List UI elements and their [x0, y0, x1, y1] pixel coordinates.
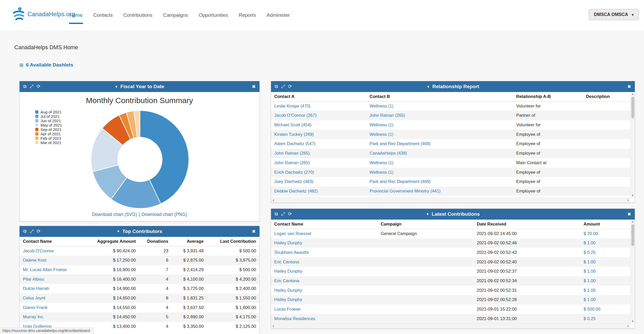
- chevron-down-icon[interactable]: ▼: [427, 85, 430, 89]
- contact-name-link[interactable]: Hailey Dunphy: [274, 297, 302, 302]
- contact-name-link[interactable]: Gianni Frank: [23, 305, 48, 310]
- amount-link[interactable]: $ 1.00: [584, 288, 596, 293]
- scroll-up-icon[interactable]: ▴: [631, 220, 635, 223]
- amount-link[interactable]: $ 20.00: [584, 231, 598, 236]
- contact-b-link[interactable]: Wellness (1): [370, 160, 394, 165]
- contact-name-link[interactable]: Eric Cantona: [274, 260, 299, 264]
- amount-link[interactable]: $ 1.00: [584, 297, 596, 302]
- expand-icon[interactable]: ⤢: [30, 84, 33, 89]
- contact-a-link[interactable]: Adam Dachwitz (547): [274, 141, 316, 146]
- scrollbar-thumb[interactable]: [631, 224, 634, 246]
- download-png-link[interactable]: Download chart (PNG): [142, 212, 187, 217]
- scroll-left-icon[interactable]: ‹: [273, 198, 274, 202]
- amount-link[interactable]: $ 0.25: [584, 250, 596, 255]
- contact-name-link[interactable]: Hailey Dunphy: [274, 288, 302, 293]
- contact-b-link[interactable]: Provincial Government Ministry (441): [370, 189, 441, 194]
- chevron-down-icon[interactable]: ▼: [426, 212, 429, 216]
- popout-icon[interactable]: ⧉: [275, 212, 278, 216]
- amount-link[interactable]: $ 500.00: [584, 307, 600, 312]
- contact-b-link[interactable]: John Rainan (265): [370, 113, 405, 118]
- scroll-down-icon[interactable]: ▾: [631, 320, 635, 323]
- contact-b-link[interactable]: Wellness (1): [370, 170, 394, 175]
- nav-item-contacts[interactable]: Contacts: [93, 9, 113, 22]
- contact-name-link[interactable]: Murray Inc.: [23, 314, 45, 319]
- download-svg-link[interactable]: Download chart (SVG): [92, 212, 137, 217]
- contact-name-link[interactable]: Shubham Awasthi: [274, 250, 309, 255]
- nav-item-campaigns[interactable]: Campaigns: [163, 9, 188, 22]
- popout-icon[interactable]: ⧉: [275, 84, 278, 89]
- nav-item-reports[interactable]: Reports: [238, 9, 256, 22]
- contact-b-link[interactable]: Wellness (1): [370, 104, 394, 108]
- vertical-scrollbar[interactable]: ▴ ▾: [630, 220, 635, 323]
- close-icon[interactable]: ✖: [627, 84, 631, 89]
- close-icon[interactable]: ✖: [252, 84, 256, 89]
- contact-name-link[interactable]: Lucas Froese: [274, 307, 300, 312]
- close-icon[interactable]: ✖: [252, 229, 256, 234]
- refresh-icon[interactable]: ⟳: [288, 212, 292, 216]
- contact-b-link[interactable]: Park and Rec Department (469): [370, 179, 431, 184]
- contact-name-link[interactable]: Celsa Joynt: [23, 296, 46, 300]
- contact-a-link[interactable]: Joey Dachwitz (483): [274, 179, 314, 184]
- contact-name-link[interactable]: Monalisa Residences: [274, 316, 315, 321]
- user-menu-button[interactable]: DMSCA DMSCA ▾: [589, 9, 639, 20]
- contact-a-link[interactable]: John Rainan (265): [274, 160, 310, 165]
- amount-link[interactable]: $ 1.00: [584, 269, 596, 274]
- contact-name-link[interactable]: Pilar Albisu: [23, 277, 44, 282]
- contact-name-link[interactable]: Jacob O'Connor: [23, 248, 54, 253]
- scroll-up-icon[interactable]: ▴: [631, 92, 635, 96]
- popout-icon[interactable]: ⧉: [23, 229, 27, 234]
- contact-a-link[interactable]: Kirsten Tuckey (269): [274, 132, 314, 137]
- contact-name-link[interactable]: Dalene Kost: [23, 258, 46, 263]
- chevron-down-icon[interactable]: ▼: [117, 229, 120, 233]
- nav-item-home[interactable]: Home: [69, 9, 83, 22]
- amount-link[interactable]: $ 1.00: [584, 278, 596, 283]
- nav-item-opportunities[interactable]: Opportunities: [198, 9, 228, 22]
- nav-item-contributions[interactable]: Contributions: [123, 9, 153, 22]
- expand-icon[interactable]: ⤢: [281, 212, 285, 216]
- refresh-icon[interactable]: ⟳: [37, 229, 40, 234]
- available-dashlets-toggle[interactable]: ⊞ 6 Available Dashlets: [19, 62, 73, 68]
- refresh-icon[interactable]: ⟳: [37, 84, 40, 89]
- contact-name-link[interactable]: Logan van Roessel: [274, 231, 311, 236]
- amount-link[interactable]: $ 0.25: [584, 316, 596, 321]
- col-contact-name: Contact Name: [271, 220, 377, 229]
- canadahelps-logo[interactable]: CanadaHelps.org: [12, 7, 75, 22]
- cell-campaign: [377, 305, 473, 314]
- contact-a-link[interactable]: John Rainan (265): [274, 151, 310, 156]
- contact-b-link[interactable]: Park and Rec Department (469): [370, 141, 431, 146]
- contact-b-link[interactable]: Wellness (1): [370, 132, 394, 137]
- chevron-down-icon[interactable]: ▼: [115, 85, 118, 89]
- contact-b-link[interactable]: Wellness (1): [370, 122, 394, 127]
- horizontal-scrollbar[interactable]: ‹ ›: [271, 198, 630, 203]
- close-icon[interactable]: ✖: [627, 211, 631, 217]
- scroll-right-icon[interactable]: ›: [627, 324, 629, 328]
- scroll-down-icon[interactable]: ▾: [631, 194, 635, 197]
- contact-a-link[interactable]: Leslie Knope (470): [274, 104, 311, 108]
- amount-link[interactable]: $ 1.00: [584, 260, 596, 264]
- scroll-right-icon[interactable]: ›: [627, 198, 629, 202]
- col-description: Description: [583, 92, 630, 101]
- contact-name-link[interactable]: Hailey Dunphy: [274, 240, 302, 245]
- contact-name-link[interactable]: Dulcie Harrah: [23, 286, 49, 291]
- scroll-left-icon[interactable]: ‹: [273, 324, 274, 328]
- scrollbar-thumb[interactable]: [631, 97, 634, 118]
- cell-donations-count: 8: [139, 294, 171, 303]
- amount-link[interactable]: $ 1.00: [584, 240, 596, 245]
- cell-date-received: 2021-09-01 13:31:00: [474, 314, 580, 323]
- contact-a-link[interactable]: Jacob O'Connor (267): [274, 113, 317, 118]
- expand-icon[interactable]: ⤢: [281, 84, 285, 89]
- vertical-scrollbar[interactable]: ▴ ▾: [630, 92, 635, 198]
- table-row: Hailey Dunphy2021-09-02 00:52:37$ 1.00: [271, 267, 630, 276]
- contact-a-link[interactable]: Debbie Dachwitz (482): [274, 189, 318, 194]
- contact-name-link[interactable]: Eric Cantona: [274, 278, 299, 283]
- nav-item-administer[interactable]: Administer: [266, 9, 290, 22]
- refresh-icon[interactable]: ⟳: [288, 84, 292, 89]
- contact-name-link[interactable]: Mr. Lucas Allan Froese: [23, 267, 67, 272]
- contact-a-link[interactable]: Michael Scott (454): [274, 122, 311, 127]
- expand-icon[interactable]: ⤢: [30, 229, 33, 234]
- horizontal-scrollbar[interactable]: ‹ ›: [271, 323, 630, 328]
- contact-a-link[interactable]: Erich Dachwitz (270): [274, 170, 314, 175]
- contact-b-link[interactable]: CanadaHelps (438): [370, 151, 407, 156]
- popout-icon[interactable]: ⧉: [23, 84, 27, 89]
- contact-name-link[interactable]: Hailey Dunphy: [274, 269, 302, 274]
